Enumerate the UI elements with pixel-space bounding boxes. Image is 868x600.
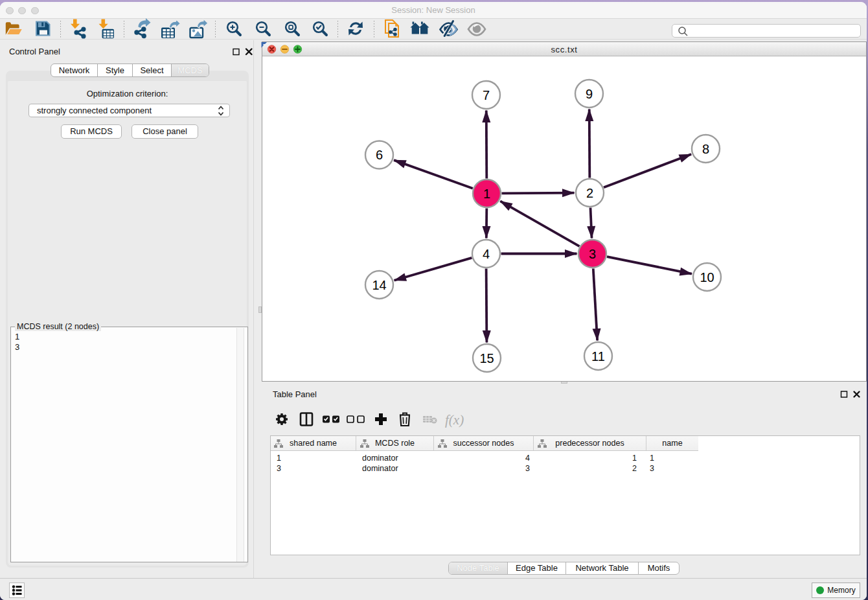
svg-text:6: 6	[376, 148, 383, 162]
svg-text:f(x): f(x)	[445, 412, 464, 428]
svg-text:15: 15	[479, 351, 494, 365]
svg-text:10: 10	[700, 270, 714, 284]
svg-text:8: 8	[702, 142, 709, 156]
svg-text:2: 2	[586, 186, 593, 200]
svg-text:11: 11	[591, 349, 605, 363]
svg-text:3: 3	[589, 247, 596, 261]
svg-text:4: 4	[483, 247, 490, 261]
svg-text:9: 9	[586, 87, 593, 101]
svg-text:7: 7	[483, 88, 490, 102]
svg-text:14: 14	[372, 278, 386, 292]
svg-text:1: 1	[483, 187, 490, 201]
